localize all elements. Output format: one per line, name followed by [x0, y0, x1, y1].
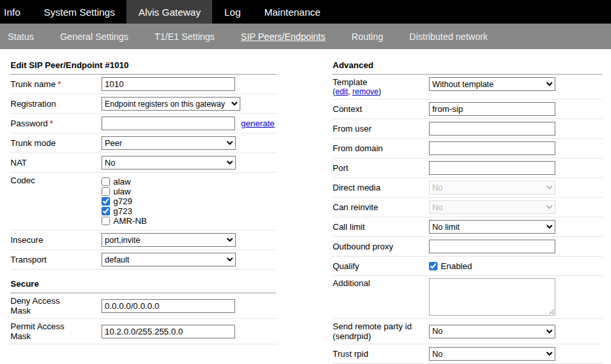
password-row: Password* generate [10, 114, 276, 134]
permit-access-mask-control [102, 325, 276, 338]
port-input[interactable] [429, 161, 555, 175]
trunk-mode-label: Trunk mode [10, 138, 102, 148]
codec-checkbox-g729[interactable] [102, 197, 110, 206]
tab-alvis-gateway[interactable]: Alvis Gateway [126, 0, 212, 24]
codec-list: alaw ulaw g729 g723 [102, 175, 147, 227]
codec-option-alaw[interactable]: alaw [102, 177, 147, 187]
top-navigation-bar: Info System Settings Alvis Gateway Log M… [0, 0, 611, 24]
trunk-mode-row: Trunk mode Peer [10, 134, 276, 153]
subtab-status[interactable]: Status [4, 31, 47, 42]
direct-media-select: No [429, 181, 555, 194]
nat-control: No [102, 156, 276, 170]
tab-maintenance[interactable]: Maintenance [253, 0, 333, 24]
codec-control: alaw ulaw g729 g723 [102, 175, 276, 227]
codec-option-label: AMR-NB [113, 216, 147, 226]
template-select[interactable]: Without template [429, 77, 555, 91]
trust-rpid-select[interactable]: No [429, 347, 555, 361]
from-user-control [429, 122, 602, 136]
password-label: Password* [10, 118, 102, 128]
permit-access-mask-label: Permit Access Mask [10, 321, 102, 341]
tab-system-settings[interactable]: System Settings [32, 0, 126, 24]
advanced-section-title: Advanced [333, 58, 602, 75]
nat-select[interactable]: No [102, 156, 236, 170]
additional-textarea[interactable] [429, 278, 555, 316]
subtab-routing[interactable]: Routing [339, 31, 396, 42]
call-limit-row: Call limit No limit [333, 217, 602, 237]
qualify-checkbox-label: Enabled [441, 261, 472, 271]
can-reinvite-control: No [429, 200, 602, 214]
from-domain-input[interactable] [429, 141, 555, 155]
codec-option-label: g729 [113, 196, 132, 206]
codec-option-g723[interactable]: g723 [102, 206, 147, 216]
additional-label: Additional [333, 278, 429, 288]
registration-row: Registration Endpoint registers on this … [10, 94, 276, 114]
can-reinvite-select: No [429, 200, 555, 214]
codec-option-g729[interactable]: g729 [102, 196, 147, 206]
qualify-enabled-option[interactable]: Enabled [429, 261, 472, 271]
call-limit-label: Call limit [333, 222, 429, 232]
codec-option-label: g723 [113, 206, 132, 216]
outbound-proxy-row: Outbound proxy [333, 237, 602, 257]
trunk-name-label-text: Trunk name [10, 79, 56, 89]
codec-label: Codec [10, 175, 102, 185]
subtab-t1e1-settings[interactable]: T1/E1 Settings [141, 31, 228, 42]
transport-row: Transport default [10, 250, 276, 270]
deny-access-mask-control [102, 299, 276, 313]
main-content: Edit SIP Peer/Endpoint #1010 Trunk name*… [0, 49, 611, 364]
required-asterisk: * [58, 79, 61, 89]
template-control: Without template [429, 77, 602, 91]
port-row: Port [333, 158, 602, 178]
subtab-distributed-network[interactable]: Distributed network [396, 31, 501, 42]
deny-access-mask-input[interactable] [102, 299, 235, 313]
port-label: Port [333, 163, 429, 173]
template-remove-link[interactable]: remove [352, 87, 379, 96]
sendrpid-select[interactable]: No [429, 325, 555, 338]
qualify-row: Qualify Enabled [333, 257, 602, 276]
qualify-label: Qualify [333, 261, 429, 271]
qualify-checkbox[interactable] [429, 262, 437, 270]
template-label-text: Template [333, 77, 424, 87]
codec-checkbox-g723[interactable] [102, 207, 110, 215]
permit-access-mask-input[interactable] [102, 325, 235, 338]
transport-select[interactable]: default [102, 253, 236, 266]
from-domain-control [429, 141, 602, 155]
password-input[interactable] [102, 117, 235, 130]
insecure-select[interactable]: port,invite [102, 233, 236, 247]
additional-row: Additional [333, 276, 602, 319]
subtab-general-settings[interactable]: General Settings [47, 31, 141, 42]
codec-checkbox-ulaw[interactable] [102, 187, 110, 196]
can-reinvite-row: Can reinvite No [333, 198, 602, 217]
registration-select[interactable]: Endpoint registers on this gateway [102, 97, 240, 111]
tab-log[interactable]: Log [212, 0, 252, 24]
insecure-row: Insecure port,invite [10, 230, 276, 250]
outbound-proxy-control [429, 240, 602, 253]
registration-control: Endpoint registers on this gateway [102, 97, 276, 111]
call-limit-select[interactable]: No limit [429, 220, 555, 234]
direct-media-label: Direct media [333, 183, 429, 192]
generate-password-link[interactable]: generate [241, 118, 274, 128]
codec-checkbox-alaw[interactable] [102, 177, 110, 186]
from-user-row: From user [333, 119, 602, 139]
outbound-proxy-input[interactable] [429, 240, 555, 253]
sendrpid-label: Send remote party id (sendrpid) [333, 321, 429, 341]
from-user-input[interactable] [429, 122, 555, 136]
codec-checkbox-amr-nb[interactable] [102, 217, 110, 225]
trunk-mode-select[interactable]: Peer [102, 136, 236, 150]
trunk-name-label: Trunk name* [10, 79, 102, 89]
port-control [429, 161, 602, 175]
trunk-name-input[interactable] [102, 77, 235, 91]
subtab-sip-peers-endpoints[interactable]: SIP Peers/Endpoints [228, 31, 339, 42]
codec-option-ulaw[interactable]: ulaw [102, 187, 147, 196]
page-title: Edit SIP Peer/Endpoint #1010 [10, 58, 276, 75]
template-edit-link[interactable]: edit [335, 87, 348, 96]
sendrpid-row: Send remote party id (sendrpid) No [333, 319, 602, 344]
from-domain-label: From domain [333, 143, 429, 153]
insecure-label: Insecure [10, 235, 102, 245]
edit-sip-peer-section: Edit SIP Peer/Endpoint #1010 Trunk name*… [10, 58, 276, 344]
nat-row: NAT No [10, 153, 276, 173]
insecure-control: port,invite [102, 233, 276, 247]
context-input[interactable] [429, 102, 555, 116]
codec-option-amr-nb[interactable]: AMR-NB [102, 216, 147, 226]
tab-info[interactable]: Info [0, 0, 32, 24]
permit-access-mask-row: Permit Access Mask [10, 319, 276, 344]
